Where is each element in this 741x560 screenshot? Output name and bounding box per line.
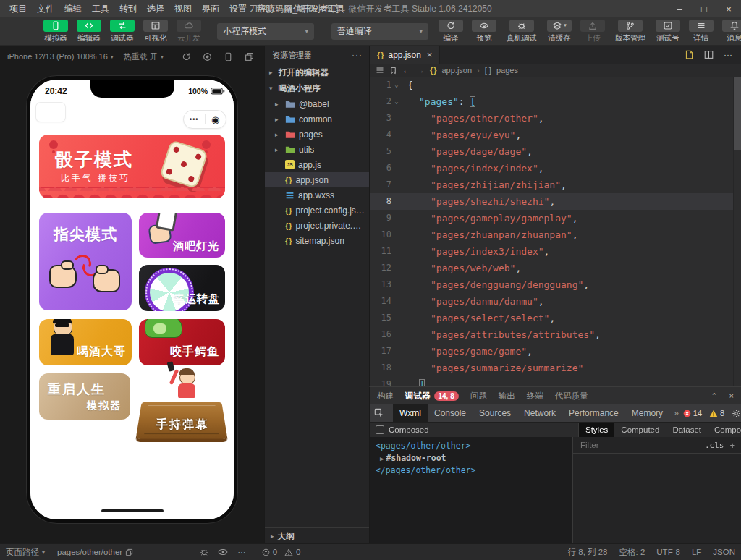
gear-icon[interactable] xyxy=(732,409,741,418)
dom-shadow-root[interactable]: ▶#shadow-root xyxy=(370,452,572,464)
style-tab-dataset[interactable]: Dataset xyxy=(666,423,708,437)
menu-item[interactable]: 帮助 xyxy=(252,0,279,17)
open-preview-icon[interactable] xyxy=(685,50,694,59)
more-icon[interactable]: ··· xyxy=(352,50,363,60)
maximize-button[interactable]: □ xyxy=(692,0,716,17)
statusbar-warnings[interactable]: 0 xyxy=(284,548,300,556)
menu-item[interactable]: 工具 xyxy=(87,0,114,17)
project-root-section[interactable]: ▾ 喝酒小程序 xyxy=(265,80,370,96)
fold-icon[interactable]: ⌄ xyxy=(391,77,402,93)
branch-button[interactable]: 版本管理 xyxy=(610,20,651,43)
close-icon[interactable]: × xyxy=(427,49,433,60)
test-button[interactable]: 测试号 xyxy=(652,20,684,43)
hot-reload-toggle[interactable]: 热重载 开 ▾ xyxy=(124,51,164,62)
card-fingertip-mode[interactable]: 指尖模式 xyxy=(39,213,132,310)
capsule-more-button[interactable]: ••• xyxy=(184,116,205,123)
file-common[interactable]: ▸common xyxy=(265,111,370,127)
card-drink-bro[interactable]: 喝酒大哥 xyxy=(39,319,132,365)
outline-list-icon[interactable] xyxy=(376,66,384,75)
close-button[interactable]: × xyxy=(716,0,741,17)
capsule-close-button[interactable]: ◉ xyxy=(206,114,226,125)
device-selector[interactable]: iPhone 12/13 (Pro) 100% 16 ▾ xyxy=(7,52,114,61)
menu-item[interactable]: 选择 xyxy=(142,0,169,17)
eye-icon[interactable] xyxy=(218,548,228,556)
debugger-panel-tab[interactable]: 输出 xyxy=(499,391,515,402)
debug-button[interactable]: 调试器 xyxy=(106,20,138,43)
encoding-setting[interactable]: UTF-8 xyxy=(656,548,680,556)
menu-item[interactable]: 文件 xyxy=(32,0,59,17)
menu-item[interactable]: 设置 xyxy=(224,0,252,17)
copy-icon[interactable] xyxy=(125,548,133,556)
card-lucky-wheel[interactable]: 幸运转盘 xyxy=(139,265,225,311)
file--babel[interactable]: ▸@babel xyxy=(265,96,370,111)
menu-item[interactable]: 项目 xyxy=(4,0,32,17)
dom-close-tag[interactable]: </pages/other/other> xyxy=(370,464,572,477)
outline-section[interactable]: ▸ 大纲 xyxy=(265,527,370,544)
card-handheld-danmu[interactable]: 手持弹幕 xyxy=(139,363,226,441)
rotate-icon[interactable] xyxy=(182,52,191,61)
split-editor-icon[interactable] xyxy=(704,50,714,59)
float-window-icon[interactable] xyxy=(245,52,254,61)
devtools-tab-wxml[interactable]: Wxml xyxy=(393,404,428,422)
bell-button[interactable]: 消息 xyxy=(719,20,741,43)
phone-screen[interactable]: 20:42 100% ••• ◉ 骰子模式 比手气 拼技巧 xyxy=(30,80,234,519)
layout-button[interactable]: 可视化 xyxy=(140,20,172,43)
wxml-dom-tree[interactable]: <pages/other/other> ▶#shadow-root </page… xyxy=(370,437,572,544)
bug-button[interactable]: 真机调试 xyxy=(501,20,542,43)
forward-arrow-icon[interactable]: → xyxy=(416,65,425,75)
statusbar-errors[interactable]: 0 xyxy=(262,548,277,556)
menu-item[interactable]: 编辑 xyxy=(59,0,87,17)
file-pages[interactable]: ▸pages xyxy=(265,127,370,142)
debugger-panel-tab[interactable]: 问题 xyxy=(470,391,487,402)
editor-scrollbar[interactable] xyxy=(733,77,741,388)
back-arrow-icon[interactable]: ← xyxy=(402,65,411,75)
menu-item[interactable]: 转到 xyxy=(114,0,142,17)
composed-toggle[interactable]: Composed xyxy=(370,423,578,437)
breadcrumb-node[interactable]: pages xyxy=(496,66,518,75)
devtools-tab-console[interactable]: Console xyxy=(428,404,473,422)
file-project-config-json[interactable]: { }project.config.json xyxy=(265,203,370,218)
card-bar-light[interactable]: 酒吧灯光 xyxy=(139,213,225,258)
cursor-position[interactable]: 行 8, 列 28 xyxy=(568,547,608,558)
fold-icon[interactable]: ⌄ xyxy=(391,93,402,110)
file-project-private-config-json[interactable]: { }project.private.config.json xyxy=(265,218,370,233)
indent-setting[interactable]: 空格: 2 xyxy=(619,547,645,558)
error-count[interactable]: 14 xyxy=(683,409,702,417)
file-sitemap-json[interactable]: { }sitemap.json xyxy=(265,233,370,248)
toggle-class-button[interactable]: .cls xyxy=(705,441,724,450)
styles-filter-input[interactable] xyxy=(579,440,699,450)
open-editors-section[interactable]: ▸ 打开的编辑器 xyxy=(265,64,370,80)
bookmark-icon[interactable] xyxy=(389,67,397,75)
tab-app-json[interactable]: { } app.json × xyxy=(370,46,440,64)
warning-count[interactable]: 8 xyxy=(709,409,724,417)
debugger-panel-tab[interactable]: 调试器14, 8 xyxy=(405,391,459,402)
bug-icon[interactable] xyxy=(200,548,208,556)
devtools-tab-performance[interactable]: Performance xyxy=(562,404,625,422)
checkbox-icon[interactable] xyxy=(376,425,384,434)
inspect-element-icon[interactable] xyxy=(374,408,384,418)
mode-dropdown[interactable]: 小程序模式 ▾ xyxy=(217,23,314,40)
code-button[interactable]: 编辑器 xyxy=(73,20,105,43)
device-frame-icon[interactable] xyxy=(224,52,233,61)
more-tabs-icon[interactable]: » xyxy=(669,408,683,418)
card-crocodile[interactable]: 咬手鳄鱼 xyxy=(139,319,225,365)
phone-button[interactable]: 模拟器 xyxy=(40,20,72,43)
eye-button[interactable]: 预览 xyxy=(468,20,500,43)
devtools-tab-sources[interactable]: Sources xyxy=(473,404,517,422)
menu-item[interactable]: 视图 xyxy=(169,0,197,17)
style-tab-component-data[interactable]: Component Data xyxy=(708,423,741,437)
language-mode[interactable]: JSON xyxy=(713,548,735,556)
refresh-button[interactable]: 编译 xyxy=(435,20,467,43)
menu-item[interactable]: 微信开发者工具 xyxy=(279,0,350,17)
style-tab-styles[interactable]: Styles xyxy=(579,423,614,437)
minimize-button[interactable]: – xyxy=(667,0,692,17)
card-restart-life[interactable]: 重启人生 模拟器 xyxy=(39,373,130,420)
file-app-wxss[interactable]: app.wxss xyxy=(265,187,370,203)
page-path-selector[interactable]: 页面路径 ▾ xyxy=(6,547,45,558)
menu-item[interactable]: 界面 xyxy=(197,0,224,17)
debugger-panel-tab[interactable]: 代码质量 xyxy=(555,391,588,402)
details-button[interactable]: 详情 xyxy=(685,20,717,43)
debugger-panel-tab[interactable]: 终端 xyxy=(527,391,543,402)
file-app-json[interactable]: { }app.json xyxy=(265,172,370,187)
file-utils[interactable]: ▸utils xyxy=(265,142,370,157)
